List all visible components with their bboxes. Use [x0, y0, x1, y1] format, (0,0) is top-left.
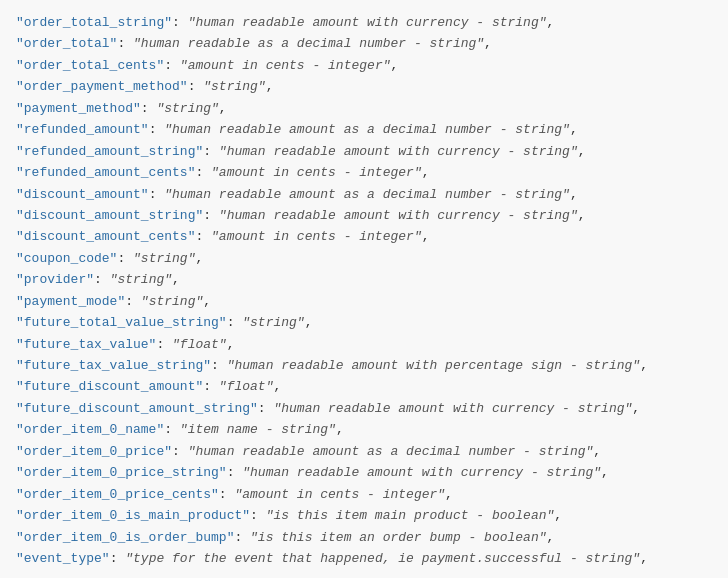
code-line: "payment_mode": "string",	[16, 291, 712, 312]
comma-punctuation: ,	[578, 208, 586, 223]
json-key: "order_item_0_name"	[16, 422, 164, 437]
json-value: "is this item an order bump - boolean"	[250, 530, 546, 545]
code-line: "order_total_cents": "amount in cents - …	[16, 55, 712, 76]
json-value: "amount in cents - integer"	[211, 229, 422, 244]
json-value: "human readable amount with currency - s…	[242, 465, 601, 480]
comma-punctuation: ,	[570, 122, 578, 137]
json-key: "refunded_amount_cents"	[16, 165, 195, 180]
comma-punctuation: ,	[227, 337, 235, 352]
json-value: "human readable amount with currency - s…	[219, 144, 578, 159]
code-line: "order_total_string": "human readable am…	[16, 12, 712, 33]
json-key: "order_total"	[16, 36, 117, 51]
comma-punctuation: ,	[219, 101, 227, 116]
code-line: "discount_amount_string": "human readabl…	[16, 205, 712, 226]
code-line: "payment_method": "string",	[16, 98, 712, 119]
colon-punctuation: :	[227, 315, 243, 330]
code-line: "future_tax_value": "float",	[16, 334, 712, 355]
json-value: "amount in cents - integer"	[180, 58, 391, 73]
code-line: "order_item_0_name": "item name - string…	[16, 419, 712, 440]
json-key: "discount_amount_cents"	[16, 229, 195, 244]
json-key: "order_item_0_is_main_product"	[16, 508, 250, 523]
code-line: "order_item_0_is_main_product": "is this…	[16, 505, 712, 526]
colon-punctuation: :	[258, 401, 274, 416]
json-key: "future_tax_value_string"	[16, 358, 211, 373]
colon-punctuation: :	[250, 508, 266, 523]
colon-punctuation: :	[203, 144, 219, 159]
colon-punctuation: :	[141, 101, 157, 116]
comma-punctuation: ,	[578, 144, 586, 159]
code-line: "order_item_0_is_order_bump": "is this i…	[16, 527, 712, 548]
code-line: "order_payment_method": "string",	[16, 76, 712, 97]
colon-punctuation: :	[149, 122, 165, 137]
json-key: "discount_amount_string"	[16, 208, 203, 223]
json-key: "order_item_0_price"	[16, 444, 172, 459]
comma-punctuation: ,	[632, 401, 640, 416]
json-key: "future_discount_amount"	[16, 379, 203, 394]
colon-punctuation: :	[234, 530, 250, 545]
comma-punctuation: ,	[570, 187, 578, 202]
comma-punctuation: ,	[390, 58, 398, 73]
json-key: "payment_method"	[16, 101, 141, 116]
json-key: "order_total_cents"	[16, 58, 164, 73]
colon-punctuation: :	[164, 422, 180, 437]
code-line: "provider": "string",	[16, 269, 712, 290]
json-value: "human readable amount with currency - s…	[188, 15, 547, 30]
json-key: "order_item_0_price_cents"	[16, 487, 219, 502]
json-key: "discount_amount"	[16, 187, 149, 202]
code-line: "coupon_code": "string",	[16, 248, 712, 269]
json-key: "order_item_0_is_order_bump"	[16, 530, 234, 545]
comma-punctuation: ,	[305, 315, 313, 330]
comma-punctuation: ,	[445, 487, 453, 502]
json-value: "type for the event that happened, ie pa…	[125, 551, 640, 566]
json-value: "human readable amount as a decimal numb…	[164, 122, 570, 137]
code-line: "order_item_0_price": "human readable am…	[16, 441, 712, 462]
colon-punctuation: :	[172, 15, 188, 30]
json-key: "provider"	[16, 272, 94, 287]
json-value: "string"	[141, 294, 203, 309]
colon-punctuation: :	[195, 229, 211, 244]
json-value: "human readable amount with percentage s…	[227, 358, 640, 373]
code-line: "future_total_value_string": "string",	[16, 312, 712, 333]
json-key: "order_item_0_price_string"	[16, 465, 227, 480]
colon-punctuation: :	[94, 272, 110, 287]
colon-punctuation: :	[125, 294, 141, 309]
comma-punctuation: ,	[336, 422, 344, 437]
colon-punctuation: :	[117, 36, 133, 51]
comma-punctuation: ,	[203, 294, 211, 309]
comma-punctuation: ,	[484, 36, 492, 51]
json-key: "future_discount_amount_string"	[16, 401, 258, 416]
colon-punctuation: :	[195, 165, 211, 180]
code-line: "future_discount_amount": "float",	[16, 376, 712, 397]
json-value: "string"	[203, 79, 265, 94]
json-key: "coupon_code"	[16, 251, 117, 266]
colon-punctuation: :	[117, 251, 133, 266]
comma-punctuation: ,	[554, 508, 562, 523]
lines-container: "order_total_string": "human readable am…	[16, 12, 712, 569]
json-value: "human readable amount with currency - s…	[273, 401, 632, 416]
comma-punctuation: ,	[273, 379, 281, 394]
code-line: "discount_amount_cents": "amount in cent…	[16, 226, 712, 247]
code-line: "future_tax_value_string": "human readab…	[16, 355, 712, 376]
json-value: "amount in cents - integer"	[211, 165, 422, 180]
code-line: "future_discount_amount_string": "human …	[16, 398, 712, 419]
json-value: "human readable amount as a decimal numb…	[164, 187, 570, 202]
code-line: "order_item_0_price_cents": "amount in c…	[16, 484, 712, 505]
json-key: "future_total_value_string"	[16, 315, 227, 330]
json-value: "float"	[219, 379, 274, 394]
comma-punctuation: ,	[601, 465, 609, 480]
json-key: "order_total_string"	[16, 15, 172, 30]
json-key: "payment_mode"	[16, 294, 125, 309]
colon-punctuation: :	[164, 58, 180, 73]
json-key: "refunded_amount_string"	[16, 144, 203, 159]
colon-punctuation: :	[156, 337, 172, 352]
colon-punctuation: :	[172, 444, 188, 459]
code-block: "order_total_string": "human readable am…	[0, 0, 728, 578]
json-value: "string"	[156, 101, 218, 116]
json-value: "human readable amount with currency - s…	[219, 208, 578, 223]
json-key: "event_type"	[16, 551, 110, 566]
comma-punctuation: ,	[547, 15, 555, 30]
json-key: "future_tax_value"	[16, 337, 156, 352]
json-value: "human readable amount as a decimal numb…	[188, 444, 594, 459]
colon-punctuation: :	[227, 465, 243, 480]
colon-punctuation: :	[203, 208, 219, 223]
